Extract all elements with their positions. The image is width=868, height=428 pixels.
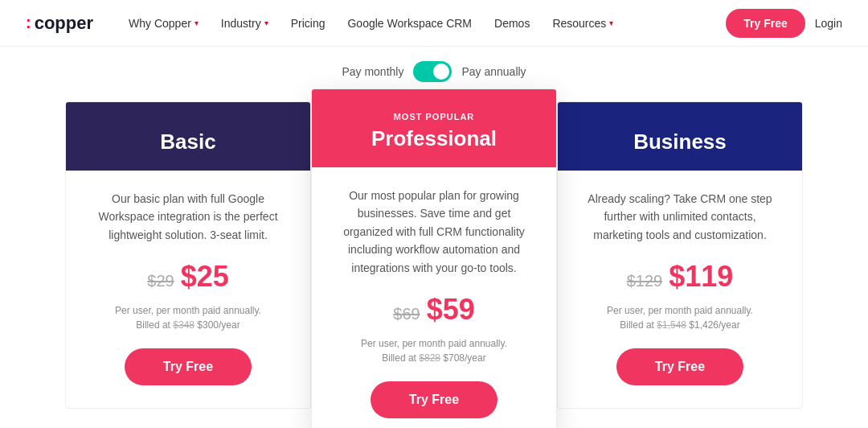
nav-why-copper[interactable]: Why Copper ▾ bbox=[119, 10, 208, 36]
nav-try-free-button[interactable]: Try Free bbox=[726, 9, 805, 38]
plan-basic-header: Basic bbox=[66, 102, 310, 171]
nav-pricing[interactable]: Pricing bbox=[281, 10, 335, 36]
plan-professional-header: MOST POPULAR Professional bbox=[312, 89, 556, 167]
plan-professional-title: Professional bbox=[331, 126, 537, 151]
navbar: : copper Why Copper ▾ Industry ▾ Pricing… bbox=[0, 0, 868, 47]
plan-business-desc: Already scaling? Take CRM one step furth… bbox=[580, 190, 780, 244]
plan-professional-price-row: $69 $59 bbox=[393, 293, 474, 327]
plan-professional-price-new: $59 bbox=[427, 293, 475, 327]
plan-business-price-sub: Per user, per month paid annually. Bille… bbox=[607, 303, 753, 332]
plan-basic-price-sub: Per user, per month paid annually. Bille… bbox=[115, 303, 261, 332]
toggle-thumb bbox=[433, 64, 449, 80]
plan-basic-desc: Our basic plan with full Google Workspac… bbox=[88, 190, 288, 244]
chevron-down-icon: ▾ bbox=[194, 19, 199, 27]
plan-business-price-new: $119 bbox=[669, 260, 733, 294]
pay-monthly-label: Pay monthly bbox=[342, 65, 403, 78]
plan-business-header: Business bbox=[558, 102, 802, 171]
plan-basic-price-row: $29 $25 bbox=[147, 260, 228, 294]
plan-business-body: Already scaling? Take CRM one step furth… bbox=[558, 171, 802, 408]
chevron-down-icon: ▾ bbox=[264, 19, 268, 27]
plan-professional-tag: MOST POPULAR bbox=[331, 112, 537, 121]
pricing-section: Basic Our basic plan with full Google Wo… bbox=[0, 101, 868, 428]
plan-basic-price-old: $29 bbox=[147, 272, 174, 290]
plan-business-try-free-button[interactable]: Try Free bbox=[616, 348, 743, 385]
plan-professional-price-sub: Per user, per month paid annually. Bille… bbox=[361, 336, 507, 365]
plan-professional-try-free-button[interactable]: Try Free bbox=[371, 381, 497, 418]
plan-basic-body: Our basic plan with full Google Workspac… bbox=[66, 171, 310, 408]
pay-annually-label: Pay annually bbox=[461, 65, 526, 78]
nav-actions: Try Free Login bbox=[726, 9, 842, 38]
nav-links: Why Copper ▾ Industry ▾ Pricing Google W… bbox=[119, 10, 726, 36]
nav-google-workspace[interactable]: Google Workspace CRM bbox=[338, 10, 481, 36]
chevron-down-icon: ▾ bbox=[609, 19, 613, 27]
plan-basic-price-new: $25 bbox=[181, 260, 229, 294]
plan-basic-title: Basic bbox=[85, 130, 291, 154]
nav-login-button[interactable]: Login bbox=[815, 17, 842, 30]
plan-business-title: Business bbox=[577, 130, 783, 154]
nav-industry[interactable]: Industry ▾ bbox=[211, 10, 278, 36]
plan-basic-try-free-button[interactable]: Try Free bbox=[125, 348, 252, 385]
plan-basic-card: Basic Our basic plan with full Google Wo… bbox=[65, 101, 311, 409]
plan-professional-desc: Our most popular plan for growing busine… bbox=[334, 187, 534, 277]
plan-professional-price-old: $69 bbox=[393, 305, 420, 323]
logo[interactable]: : copper bbox=[26, 13, 93, 34]
plan-professional-card: MOST POPULAR Professional Our most popul… bbox=[311, 88, 557, 428]
plan-business-price-old: $129 bbox=[627, 272, 663, 290]
billing-toggle-row: Pay monthly Pay annually bbox=[0, 47, 868, 92]
plan-business-card: Business Already scaling? Take CRM one s… bbox=[557, 101, 803, 409]
plan-business-price-row: $129 $119 bbox=[627, 260, 734, 294]
logo-dots: : bbox=[26, 14, 31, 32]
logo-text: copper bbox=[35, 13, 93, 34]
nav-resources[interactable]: Resources ▾ bbox=[542, 10, 623, 36]
nav-demos[interactable]: Demos bbox=[485, 10, 539, 36]
billing-toggle[interactable] bbox=[413, 61, 452, 82]
plan-professional-body: Our most popular plan for growing busine… bbox=[312, 167, 556, 428]
